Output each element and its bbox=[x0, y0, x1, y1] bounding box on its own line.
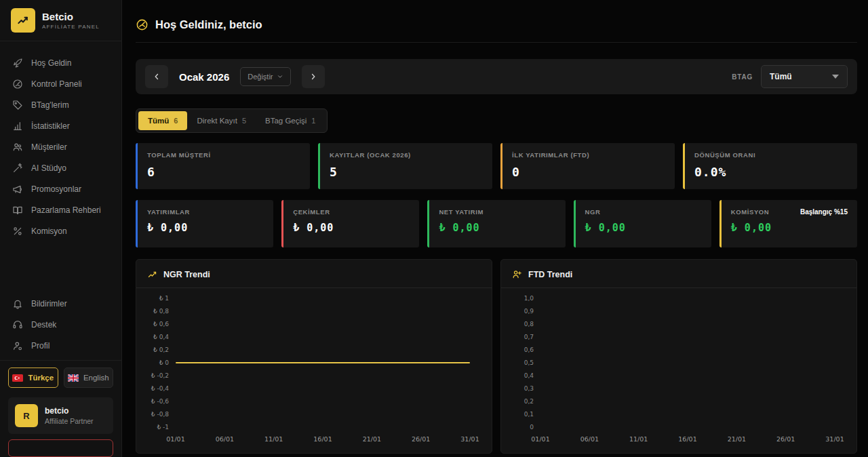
sidebar-item-istatistikler[interactable]: İstatistikler bbox=[0, 115, 121, 136]
x-axis-tick: 31/01 bbox=[460, 435, 479, 443]
tab-label: Tümü bbox=[148, 117, 169, 125]
language-english-button[interactable]: English bbox=[64, 367, 114, 388]
sidebar-item-hos-geldin[interactable]: Hoş Geldin bbox=[0, 52, 121, 73]
y-axis-tick: ₺ 0,2 bbox=[136, 346, 169, 353]
sidebar-nav: Hoş Geldin Kontrol Paneli BTag'lerim İst… bbox=[0, 47, 121, 241]
stat-label: KOMİSYON bbox=[731, 208, 770, 216]
ngr-trend-chart-card: NGR Trendi ₺ 1₺ 0,8₺ 0,6₺ 0,4₺ 0,2₺ 0₺ -… bbox=[136, 259, 492, 454]
sidebar-item-label: Müşteriler bbox=[31, 142, 67, 152]
stat-label: DÖNÜŞÜM ORANI bbox=[694, 151, 848, 159]
sidebar-item-musteriler[interactable]: Müşteriler bbox=[0, 136, 121, 157]
stat-label: KAYITLAR (OCAK 2026) bbox=[330, 151, 483, 159]
btag-filter: BTAG Tümü bbox=[732, 65, 848, 88]
sidebar-item-pazarlama-rehberi[interactable]: Pazarlama Rehberi bbox=[0, 199, 121, 220]
sidebar-item-label: Bildirimler bbox=[31, 299, 67, 309]
stat-label: TOPLAM MÜŞTERİ bbox=[147, 151, 300, 159]
y-axis-tick: ₺ 0 bbox=[136, 359, 169, 366]
stat-card-ngr: NGR ₺ 0,00 bbox=[574, 200, 711, 247]
y-axis-tick: ₺ -0,2 bbox=[136, 372, 169, 379]
logout-button[interactable] bbox=[8, 439, 113, 457]
chart-series-line bbox=[176, 362, 470, 363]
y-axis-tick: 0 bbox=[501, 424, 534, 431]
sidebar-secondary-nav: Bildirimler Destek Profil bbox=[0, 287, 121, 356]
chart-header: FTD Trendi bbox=[501, 260, 856, 288]
sidebar-divider bbox=[0, 41, 121, 41]
chevron-down-icon bbox=[277, 73, 283, 80]
sidebar-item-komisyon[interactable]: Komisyon bbox=[0, 220, 121, 241]
change-month-button[interactable]: Değiştir bbox=[240, 67, 290, 86]
gauge-icon bbox=[136, 18, 149, 31]
y-axis-tick: 0,9 bbox=[501, 308, 534, 315]
sidebar-item-profil[interactable]: Profil bbox=[0, 335, 121, 356]
previous-month-button[interactable] bbox=[145, 65, 168, 88]
tab-label: Direkt Kayıt bbox=[197, 117, 237, 125]
y-axis-tick: 0,4 bbox=[501, 372, 534, 379]
y-axis-tick: ₺ 0,6 bbox=[136, 321, 169, 327]
y-axis-tick: 0,1 bbox=[501, 411, 534, 418]
y-axis-tick: 0,8 bbox=[501, 321, 534, 327]
charts-row: NGR Trendi ₺ 1₺ 0,8₺ 0,6₺ 0,4₺ 0,2₺ 0₺ -… bbox=[136, 259, 857, 454]
magic-wand-icon bbox=[12, 163, 23, 174]
tab-tumu[interactable]: Tümü 6 bbox=[138, 111, 187, 130]
sidebar-item-ai-studyo[interactable]: AI Stüdyo bbox=[0, 157, 121, 178]
sidebar-item-bildirimler[interactable]: Bildirimler bbox=[0, 293, 121, 314]
month-label: Ocak 2026 bbox=[179, 71, 229, 83]
user-card[interactable]: R betcio Affiliate Partner bbox=[8, 397, 113, 434]
x-axis-tick: 11/01 bbox=[629, 435, 648, 443]
btag-selected-value: Tümü bbox=[770, 72, 792, 81]
caret-down-icon bbox=[832, 75, 839, 79]
filter-tabs: Tümü 6 Direkt Kayıt 5 BTag Geçişi 1 bbox=[136, 108, 328, 133]
stat-value: 0.0% bbox=[694, 165, 848, 179]
stat-label: NGR bbox=[585, 208, 702, 216]
stat-value: ₺ 0,00 bbox=[439, 222, 555, 234]
stat-card-komisyon: KOMİSYON Başlangıç %15 ₺ 0,00 bbox=[719, 200, 857, 247]
brand-block: Betcio AFFİLİATE PANEL bbox=[0, 0, 121, 41]
stats-row-2: YATIRIMLAR ₺ 0,00 ÇEKİMLER ₺ 0,00 NET YA… bbox=[136, 200, 857, 247]
stat-value: 0 bbox=[512, 165, 665, 179]
stat-label: İLK YATIRIMLAR (FTD) bbox=[512, 151, 665, 159]
chevron-left-icon bbox=[152, 72, 161, 81]
book-icon bbox=[12, 205, 23, 216]
welcome-header: Hoş Geldiniz, betcio bbox=[136, 0, 857, 43]
sidebar-item-label: Destek bbox=[31, 320, 56, 330]
brand-name: Betcio bbox=[42, 11, 100, 22]
bar-chart-icon bbox=[12, 121, 23, 132]
brand-logo-icon bbox=[11, 8, 35, 33]
users-icon bbox=[12, 142, 23, 153]
stat-value: ₺ 0,00 bbox=[147, 222, 264, 234]
avatar: R bbox=[15, 404, 38, 427]
sidebar-item-btaglerim[interactable]: BTag'lerim bbox=[0, 94, 121, 115]
tab-direkt-kayit[interactable]: Direkt Kayıt 5 bbox=[187, 111, 256, 130]
sidebar-item-label: Hoş Geldin bbox=[31, 58, 71, 68]
y-axis-tick: ₺ -1 bbox=[136, 424, 169, 431]
sidebar-item-destek[interactable]: Destek bbox=[0, 314, 121, 335]
ftd-trend-chart-card: FTD Trendi 1,00,90,80,70,60,50,40,30,20,… bbox=[500, 259, 857, 454]
period-bar: Ocak 2026 Değiştir BTAG Tümü bbox=[136, 59, 857, 94]
y-axis-tick: ₺ -0,6 bbox=[136, 398, 169, 405]
x-axis-tick: 11/01 bbox=[264, 435, 283, 443]
stat-label: ÇEKİMLER bbox=[293, 208, 410, 216]
y-axis-tick: ₺ -0,8 bbox=[136, 411, 169, 418]
language-turkish-button[interactable]: Türkçe bbox=[8, 367, 58, 388]
stat-card-donusum-orani: DÖNÜŞÜM ORANI 0.0% bbox=[683, 143, 857, 189]
tab-count: 5 bbox=[242, 117, 246, 125]
x-axis-tick: 21/01 bbox=[363, 435, 381, 443]
rocket-icon bbox=[12, 58, 23, 68]
stat-card-cekimler: ÇEKİMLER ₺ 0,00 bbox=[281, 200, 419, 247]
chart-title: NGR Trendi bbox=[163, 270, 210, 279]
headset-icon bbox=[12, 319, 23, 330]
next-month-button[interactable] bbox=[302, 65, 325, 88]
x-axis-tick: 26/01 bbox=[776, 435, 795, 443]
app-window: Betcio AFFİLİATE PANEL Hoş Geldin Kontro… bbox=[0, 0, 868, 457]
sidebar-item-label: Promosyonlar bbox=[31, 184, 81, 194]
stat-card-net-yatirim: NET YATIRIM ₺ 0,00 bbox=[427, 200, 565, 247]
y-axis-tick: 0,3 bbox=[501, 385, 534, 392]
btag-select[interactable]: Tümü bbox=[761, 65, 848, 88]
main-content: Hoş Geldiniz, betcio Ocak 2026 Değiştir … bbox=[122, 0, 868, 457]
tab-btag-gecisi[interactable]: BTag Geçişi 1 bbox=[256, 111, 325, 130]
sidebar-item-kontrol-paneli[interactable]: Kontrol Paneli bbox=[0, 73, 121, 94]
sidebar-item-promosyonlar[interactable]: Promosyonlar bbox=[0, 178, 121, 199]
user-plus-icon bbox=[512, 269, 522, 279]
language-switcher: Türkçe English bbox=[0, 360, 121, 393]
y-axis-tick: ₺ 0,4 bbox=[136, 334, 169, 340]
